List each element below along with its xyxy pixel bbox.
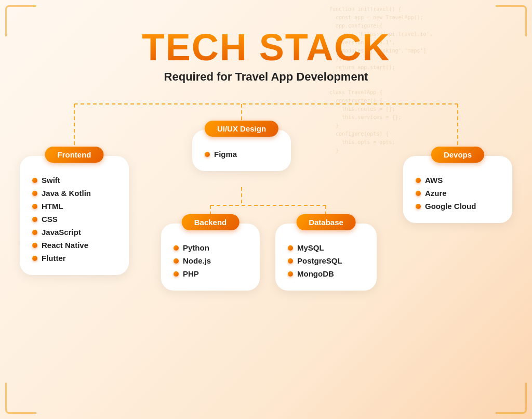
card-devops: Devops AWS Azure Google Cloud: [403, 156, 512, 223]
corner-decoration-tr: [496, 5, 527, 36]
bullet-icon: [32, 191, 37, 196]
bullet-icon: [32, 178, 37, 183]
card-frontend-items: Swift Java & Kotlin HTML CSS JavaScript …: [32, 174, 116, 265]
corner-decoration-tl: [5, 5, 36, 36]
list-item: Python: [174, 241, 247, 254]
bullet-icon: [288, 271, 293, 277]
card-uiux: UI/UX Design Figma: [192, 130, 291, 171]
bullet-icon: [416, 204, 421, 209]
card-uiux-label: UI/UX Design: [205, 121, 278, 137]
list-item: Java & Kotlin: [32, 187, 116, 200]
bullet-icon: [32, 204, 37, 209]
bullet-icon: [288, 258, 293, 264]
list-item: AWS: [416, 174, 500, 187]
bullet-icon: [205, 152, 210, 157]
card-database: Database MySQL PostgreSQL MongoDB: [275, 224, 377, 291]
list-item: Swift: [32, 174, 116, 187]
header: TECH STACK Required for Travel App Devel…: [142, 29, 391, 84]
list-item: MySQL: [288, 241, 364, 254]
bullet-icon: [32, 217, 37, 222]
list-item: PostgreSQL: [288, 254, 364, 267]
card-database-items: MySQL PostgreSQL MongoDB: [288, 241, 364, 280]
corner-decoration-bl: [5, 383, 36, 414]
card-devops-label: Devops: [431, 147, 484, 163]
card-frontend: Frontend Swift Java & Kotlin HTML CSS Ja…: [20, 156, 129, 275]
card-devops-items: AWS Azure Google Cloud: [416, 174, 500, 213]
card-backend: Backend Python Node.js PHP: [161, 224, 260, 291]
bullet-icon: [416, 178, 421, 183]
main-title: TECH STACK: [142, 29, 391, 66]
list-item: HTML: [32, 200, 116, 213]
bullet-icon: [174, 245, 179, 251]
bullet-icon: [32, 256, 37, 261]
corner-decoration-br: [496, 383, 527, 414]
card-backend-items: Python Node.js PHP: [174, 241, 247, 280]
bullet-icon: [416, 191, 421, 196]
bullet-icon: [174, 258, 179, 264]
bullet-icon: [288, 245, 293, 251]
subtitle: Required for Travel App Development: [142, 70, 391, 84]
list-item: Figma: [205, 148, 278, 161]
bullet-icon: [174, 271, 179, 277]
list-item: Flutter: [32, 252, 116, 265]
list-item: PHP: [174, 267, 247, 280]
bullet-icon: [32, 230, 37, 235]
list-item: Node.js: [174, 254, 247, 267]
card-backend-label: Backend: [182, 214, 240, 230]
list-item: CSS: [32, 213, 116, 226]
card-uiux-items: Figma: [205, 148, 278, 161]
list-item: MongoDB: [288, 267, 364, 280]
list-item: Azure: [416, 187, 500, 200]
card-database-label: Database: [296, 214, 356, 230]
list-item: Google Cloud: [416, 200, 500, 213]
card-frontend-label: Frontend: [45, 147, 104, 163]
page: function initTravel() { const app = new …: [0, 0, 532, 419]
list-item: JavaScript: [32, 226, 116, 239]
bullet-icon: [32, 243, 37, 248]
list-item: React Native: [32, 239, 116, 252]
